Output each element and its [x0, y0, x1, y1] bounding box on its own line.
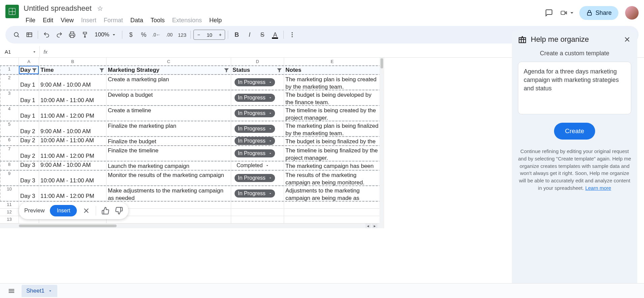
- menu-insert[interactable]: Insert: [78, 15, 100, 26]
- document-title[interactable]: Untitled spreadsheet: [22, 3, 93, 13]
- bold-icon[interactable]: B: [231, 29, 242, 40]
- horizontal-scrollbar[interactable]: ◄►: [0, 224, 384, 228]
- cell-time[interactable]: 11:00 AM - 12:00 PM: [39, 106, 106, 121]
- more-icon[interactable]: [286, 29, 298, 40]
- cell-time[interactable]: 11:00 AM - 12:00 PM: [39, 186, 106, 201]
- cell-time[interactable]: 9:00 AM - 10:00 AM: [39, 161, 106, 170]
- cell-strategy[interactable]: Create a marketing plan: [106, 74, 231, 90]
- cell-day[interactable]: Day 2: [19, 146, 39, 161]
- cell-day[interactable]: Day 2: [19, 137, 39, 145]
- cell-day[interactable]: Day 3: [19, 186, 39, 201]
- menu-file[interactable]: File: [22, 15, 39, 26]
- cell-status[interactable]: In Progress: [231, 106, 284, 121]
- cell[interactable]: [231, 209, 284, 216]
- cell-time[interactable]: 10:00 AM - 11:00 AM: [39, 170, 106, 185]
- row-header[interactable]: 8: [0, 161, 19, 170]
- row-header[interactable]: 5: [0, 121, 19, 136]
- row-header[interactable]: 11: [0, 201, 19, 208]
- meet-icon[interactable]: [560, 5, 575, 20]
- thumbs-down-icon[interactable]: [115, 207, 123, 215]
- cell-strategy[interactable]: Launch the marketing campaign: [106, 161, 231, 170]
- status-chip[interactable]: In Progress: [235, 125, 275, 133]
- cell-day[interactable]: Day 1: [19, 106, 39, 121]
- cell-time[interactable]: 10:00 AM - 11:00 AM: [39, 137, 106, 145]
- cell-notes[interactable]: Adjustments to the marketing campaign ar…: [284, 186, 380, 201]
- filter-icon[interactable]: [99, 67, 105, 73]
- filter-icon[interactable]: [276, 67, 282, 73]
- data-table-icon[interactable]: [24, 29, 35, 40]
- all-sheets-icon[interactable]: [5, 285, 18, 297]
- status-chip[interactable]: In Progress: [235, 94, 275, 102]
- learn-more-link[interactable]: Learn more: [585, 185, 611, 191]
- create-button[interactable]: Create: [554, 123, 595, 140]
- cell-notes[interactable]: The results of the marketing campaign ar…: [284, 170, 380, 185]
- status-chip[interactable]: In Progress: [235, 109, 275, 117]
- cell-time[interactable]: 11:00 AM - 12:00 PM: [39, 146, 106, 161]
- cell[interactable]: [231, 216, 284, 223]
- cell-strategy[interactable]: Make adjustments to the marketing campai…: [106, 186, 231, 201]
- cell-day[interactable]: Day 3: [19, 161, 39, 170]
- comments-icon[interactable]: [542, 5, 556, 20]
- share-button[interactable]: Share: [579, 6, 618, 20]
- cell-status[interactable]: Completed: [231, 161, 284, 170]
- cell-time[interactable]: 9:00 AM - 10:00 AM: [39, 74, 106, 90]
- sheet-tab-sheet1[interactable]: Sheet1: [22, 285, 57, 297]
- redo-icon[interactable]: [54, 29, 65, 40]
- percent-icon[interactable]: %: [138, 29, 149, 40]
- insert-button[interactable]: Insert: [50, 205, 77, 216]
- header-day[interactable]: Day: [19, 66, 39, 74]
- close-icon[interactable]: [82, 207, 90, 215]
- menu-help[interactable]: Help: [206, 15, 225, 26]
- cell[interactable]: [284, 209, 380, 216]
- cell[interactable]: [231, 201, 284, 208]
- menu-view[interactable]: View: [57, 15, 77, 26]
- status-chip[interactable]: In Progress: [235, 137, 275, 145]
- cell-notes[interactable]: The marketing campaign has been launched…: [284, 161, 380, 170]
- menu-tools[interactable]: Tools: [147, 15, 168, 26]
- status-chip[interactable]: In Progress: [235, 149, 275, 157]
- header-time[interactable]: Time: [39, 66, 106, 74]
- close-panel-icon[interactable]: [623, 35, 631, 43]
- decrease-decimal-icon[interactable]: .0←: [151, 29, 162, 40]
- row-header[interactable]: 7: [0, 146, 19, 161]
- cell-notes[interactable]: The marketing plan is being finalized by…: [284, 121, 380, 136]
- cell-status[interactable]: In Progress: [231, 90, 284, 105]
- cell-notes[interactable]: The timeline is being created by the pro…: [284, 106, 380, 121]
- row-header[interactable]: 1: [0, 66, 19, 74]
- italic-icon[interactable]: I: [244, 29, 255, 40]
- decrease-font-icon[interactable]: −: [194, 30, 203, 39]
- format-123-icon[interactable]: 123: [176, 29, 188, 40]
- cell-notes[interactable]: The timeline is being finalized by the p…: [284, 146, 380, 161]
- sheets-logo[interactable]: [5, 5, 19, 18]
- scroll-left-icon[interactable]: ◄: [365, 224, 371, 228]
- cell-status[interactable]: In Progress: [231, 137, 284, 145]
- zoom-select[interactable]: 100%: [92, 31, 119, 38]
- col-header-b[interactable]: B: [39, 58, 106, 65]
- paint-format-icon[interactable]: [79, 29, 91, 40]
- select-all-corner[interactable]: [0, 58, 19, 65]
- filter-icon[interactable]: [31, 67, 37, 73]
- font-size-input[interactable]: [203, 30, 215, 39]
- cell[interactable]: [284, 216, 380, 223]
- status-chip[interactable]: Completed: [235, 161, 272, 170]
- filter-icon[interactable]: [223, 67, 229, 73]
- cell-notes[interactable]: The marketing plan is being created by t…: [284, 74, 380, 90]
- cell-strategy[interactable]: Monitor the results of the marketing cam…: [106, 170, 231, 185]
- cell-time[interactable]: 9:00 AM - 10:00 AM: [39, 121, 106, 136]
- text-color-icon[interactable]: A: [269, 29, 281, 40]
- status-chip[interactable]: In Progress: [235, 78, 275, 86]
- cell-day[interactable]: Day 1: [19, 74, 39, 90]
- cell-status[interactable]: In Progress: [231, 74, 284, 90]
- menu-format[interactable]: Format: [100, 15, 126, 26]
- cell-day[interactable]: Day 2: [19, 121, 39, 136]
- cell[interactable]: [284, 201, 380, 208]
- col-header-a[interactable]: A: [19, 58, 39, 65]
- increase-font-icon[interactable]: +: [215, 30, 225, 39]
- row-header[interactable]: 9: [0, 170, 19, 185]
- status-chip[interactable]: In Progress: [235, 189, 275, 198]
- cell-strategy[interactable]: Develop a budget: [106, 90, 231, 105]
- cell-strategy[interactable]: Finalize the marketing plan: [106, 121, 231, 136]
- row-header[interactable]: 3: [0, 90, 19, 105]
- cell-strategy[interactable]: Finalize the budget: [106, 137, 231, 145]
- cell-notes[interactable]: The budget is being finalized by the fin…: [284, 137, 380, 145]
